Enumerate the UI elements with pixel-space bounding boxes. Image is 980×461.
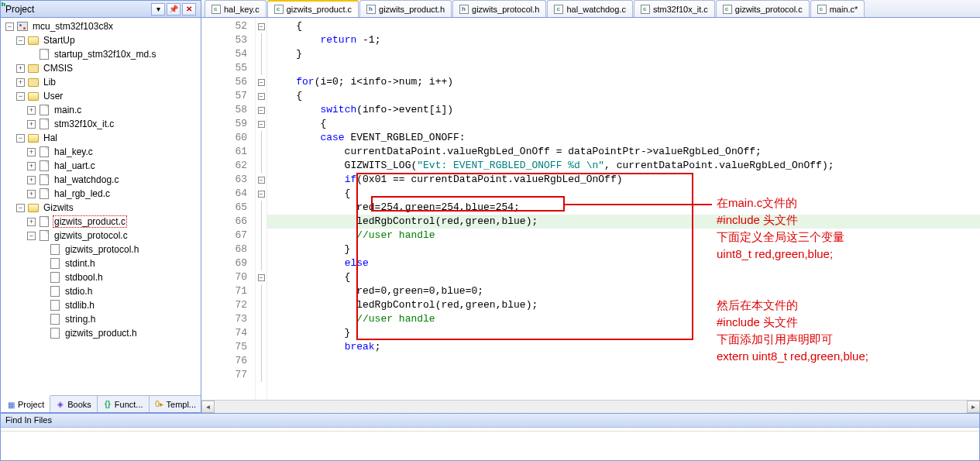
tree-item[interactable]: +gizwits_product.c	[2, 215, 199, 229]
fold-column[interactable]: −−−−−−−−	[256, 18, 267, 400]
fold-cell[interactable]: −	[256, 270, 266, 284]
horizontal-scrollbar[interactable]: ◄ ►	[201, 400, 980, 413]
fold-cell[interactable]	[256, 326, 266, 340]
tree-item[interactable]: +hal_watchdog.c	[2, 173, 199, 187]
fold-cell[interactable]	[256, 201, 266, 215]
editor-tab[interactable]: hal_watchdog.c	[547, 0, 632, 17]
fold-minus-icon[interactable]: −	[258, 79, 265, 86]
fold-minus-icon[interactable]: −	[258, 23, 265, 30]
tree-item[interactable]: −gizwits_protocol.c	[2, 229, 199, 243]
fold-cell[interactable]	[256, 47, 266, 61]
fold-cell[interactable]: −	[256, 89, 266, 103]
fold-cell[interactable]	[256, 145, 266, 159]
fold-cell[interactable]	[256, 368, 266, 382]
code-line[interactable]: ledRgbControl(red,green,blue);	[267, 215, 980, 229]
panel-tab-books[interactable]: ◈Books	[50, 396, 98, 412]
tree-item[interactable]: −mcu_stm32f103c8x	[2, 19, 199, 33]
editor-tab[interactable]: stm32f10x_it.c	[634, 0, 715, 17]
panel-tab-funct[interactable]: {}Funct...	[98, 396, 150, 412]
fold-minus-icon[interactable]: −	[258, 93, 265, 100]
editor-tab[interactable]: gizwits_protocol.h	[452, 0, 546, 17]
code-line[interactable]: red=254,green=254,blue=254;	[267, 201, 980, 215]
tree-item[interactable]: stdlib.h	[2, 298, 199, 312]
tree-item[interactable]: +Lib	[2, 75, 199, 89]
code-line[interactable]: if(0x01 == currentDataPoint.valueRgbLed_…	[267, 173, 980, 187]
fold-cell[interactable]: −	[256, 75, 266, 89]
code-line[interactable]: //user handle	[267, 229, 980, 243]
fold-cell[interactable]	[256, 61, 266, 75]
code-line[interactable]: }	[267, 243, 980, 256]
fold-cell[interactable]	[256, 256, 266, 270]
tree-item[interactable]: stdbool.h	[2, 270, 199, 284]
fold-minus-icon[interactable]: −	[258, 274, 265, 281]
code-line[interactable]: {	[267, 19, 980, 33]
tree-item[interactable]: +hal_key.c	[2, 145, 199, 159]
scroll-track[interactable]	[215, 401, 967, 413]
editor-tab[interactable]: gizwits_product.c	[267, 0, 359, 17]
fold-minus-icon[interactable]: −	[258, 177, 265, 184]
code-line[interactable]: switch(info->event[i])	[267, 103, 980, 117]
tree-toggle-icon[interactable]: +	[16, 64, 25, 73]
fold-cell[interactable]	[256, 354, 266, 368]
project-tree[interactable]: −mcu_stm32f103c8x−StartUpstartup_stm32f1…	[1, 18, 201, 395]
tree-toggle-icon[interactable]: +	[16, 78, 25, 87]
tree-item[interactable]: gizwits_product.h	[2, 326, 199, 340]
tree-toggle-icon[interactable]: −	[16, 134, 25, 143]
code-line[interactable]: GIZWITS_LOG("Evt: EVENT_RGBLED_ONOFF %d …	[267, 159, 980, 173]
code-line[interactable]: break;	[267, 340, 980, 354]
tree-item[interactable]: +main.c	[2, 103, 199, 117]
code-line[interactable]: red=0,green=0,blue=0;	[267, 284, 980, 298]
tree-toggle-icon[interactable]: −	[16, 92, 25, 101]
tree-item[interactable]: stdio.h	[2, 284, 199, 298]
fold-cell[interactable]	[256, 284, 266, 298]
tree-item[interactable]: −StartUp	[2, 33, 199, 47]
panel-close-button[interactable]: ✕	[182, 3, 196, 15]
fold-cell[interactable]	[256, 340, 266, 354]
code-line[interactable]: {	[267, 187, 980, 201]
tree-toggle-icon[interactable]: +	[27, 162, 36, 170]
tree-item[interactable]: +stm32f10x_it.c	[2, 117, 199, 131]
fold-cell[interactable]: −	[256, 117, 266, 131]
fold-cell[interactable]: −	[256, 19, 266, 33]
code-line[interactable]: else	[267, 256, 980, 270]
code-line[interactable]: case EVENT_RGBLED_ONOFF:	[267, 131, 980, 145]
tree-toggle-icon[interactable]: −	[16, 204, 25, 212]
editor-tab[interactable]: main.c*	[810, 0, 865, 17]
tree-item[interactable]: gizwits_protocol.h	[2, 243, 199, 256]
code-line[interactable]: currentDataPoint.valueRgbLed_OnOff = dat…	[267, 145, 980, 159]
code-line[interactable]: {	[267, 270, 980, 284]
tree-toggle-icon[interactable]: −	[16, 36, 25, 45]
fold-minus-icon[interactable]: −	[258, 107, 265, 114]
fold-cell[interactable]	[256, 159, 266, 173]
editor-tab[interactable]: gizwits_product.h	[359, 0, 452, 17]
fold-cell[interactable]	[256, 229, 266, 243]
code-editor[interactable]: { return -1; } for(i=0; i<info->num; i++…	[267, 18, 980, 400]
fold-cell[interactable]	[256, 33, 266, 47]
find-in-files-body[interactable]	[1, 431, 979, 460]
tree-item[interactable]: −Gizwits	[2, 201, 199, 215]
editor-tab[interactable]: gizwits_protocol.c	[716, 0, 810, 17]
code-line[interactable]: ledRgbControl(red,green,blue);	[267, 298, 980, 312]
code-line[interactable]: {	[267, 89, 980, 103]
tree-item[interactable]: +hal_rgb_led.c	[2, 187, 199, 201]
tree-toggle-icon[interactable]: +	[27, 190, 36, 198]
tree-toggle-icon[interactable]: −	[27, 232, 36, 240]
editor-tab[interactable]: hal_key.c	[205, 0, 266, 17]
panel-dropdown-button[interactable]: ▾	[151, 3, 165, 15]
tree-item[interactable]: −User	[2, 89, 199, 103]
code-line[interactable]: {	[267, 117, 980, 131]
code-line[interactable]	[267, 354, 980, 368]
code-line[interactable]: return -1;	[267, 33, 980, 47]
panel-pin-button[interactable]: 📌	[167, 3, 181, 15]
tree-item[interactable]: string.h	[2, 312, 199, 326]
tree-toggle-icon[interactable]: +	[27, 218, 36, 226]
fold-minus-icon[interactable]: −	[258, 191, 265, 198]
tree-item[interactable]: +hal_uart.c	[2, 159, 199, 173]
code-line[interactable]: //user handle	[267, 312, 980, 326]
tree-toggle-icon[interactable]: +	[27, 148, 36, 157]
scroll-right-button[interactable]: ►	[967, 401, 980, 413]
fold-cell[interactable]	[256, 243, 266, 256]
tree-toggle-icon[interactable]: +	[27, 176, 36, 184]
fold-cell[interactable]: −	[256, 103, 266, 117]
scroll-left-button[interactable]: ◄	[201, 401, 215, 413]
